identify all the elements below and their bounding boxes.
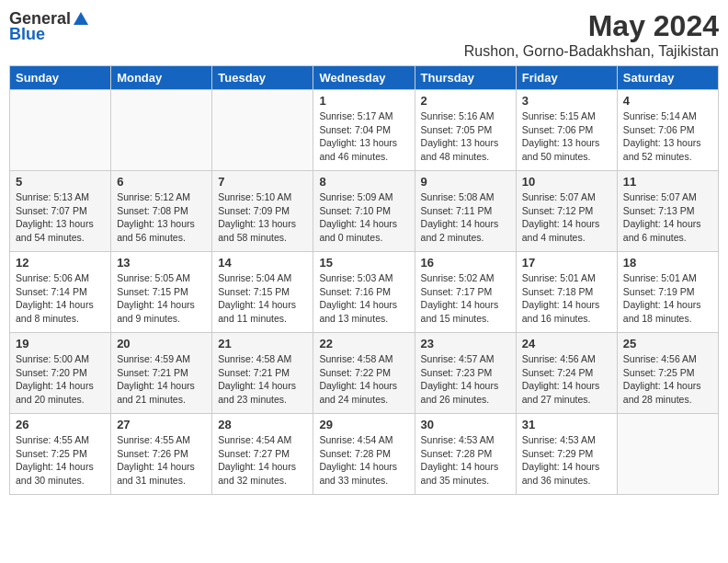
calendar-cell: 2Sunrise: 5:16 AM Sunset: 7:05 PM Daylig… [415,90,516,171]
location-title: Rushon, Gorno-Badakhshan, Tajikistan [464,43,719,60]
day-number: 13 [117,256,206,270]
calendar-cell: 1Sunrise: 5:17 AM Sunset: 7:04 PM Daylig… [313,90,415,171]
day-info: Sunrise: 5:03 AM Sunset: 7:16 PM Dayligh… [319,271,408,326]
day-number: 9 [421,175,510,189]
calendar-cell: 28Sunrise: 4:54 AM Sunset: 7:27 PM Dayli… [212,414,313,495]
day-info: Sunrise: 5:09 AM Sunset: 7:10 PM Dayligh… [319,190,408,245]
day-info: Sunrise: 5:14 AM Sunset: 7:06 PM Dayligh… [623,109,712,164]
day-info: Sunrise: 4:56 AM Sunset: 7:24 PM Dayligh… [522,352,611,407]
calendar-cell: 6Sunrise: 5:12 AM Sunset: 7:08 PM Daylig… [111,171,212,252]
calendar-cell [212,90,313,171]
day-number: 30 [421,418,510,431]
calendar-cell: 4Sunrise: 5:14 AM Sunset: 7:06 PM Daylig… [617,90,718,171]
calendar-cell: 24Sunrise: 4:56 AM Sunset: 7:24 PM Dayli… [516,333,617,414]
day-number: 18 [623,256,712,270]
day-info: Sunrise: 4:53 AM Sunset: 7:28 PM Dayligh… [421,433,510,488]
day-number: 1 [319,94,408,108]
day-number: 6 [117,175,206,189]
logo-blue: Blue [9,25,45,44]
day-header-sunday: Sunday [10,66,111,90]
calendar-cell: 18Sunrise: 5:01 AM Sunset: 7:19 PM Dayli… [617,252,718,333]
day-number: 26 [16,418,105,431]
calendar-cell: 30Sunrise: 4:53 AM Sunset: 7:28 PM Dayli… [415,414,516,495]
day-number: 25 [623,337,712,350]
day-info: Sunrise: 5:06 AM Sunset: 7:14 PM Dayligh… [16,271,105,326]
calendar-cell: 29Sunrise: 4:54 AM Sunset: 7:28 PM Dayli… [313,414,415,495]
day-number: 29 [319,418,408,431]
day-info: Sunrise: 5:12 AM Sunset: 7:08 PM Dayligh… [117,190,206,245]
day-header-thursday: Thursday [415,66,516,90]
day-info: Sunrise: 5:04 AM Sunset: 7:15 PM Dayligh… [218,271,307,326]
day-info: Sunrise: 5:01 AM Sunset: 7:18 PM Dayligh… [522,271,611,326]
calendar-cell: 20Sunrise: 4:59 AM Sunset: 7:21 PM Dayli… [111,333,212,414]
day-info: Sunrise: 5:17 AM Sunset: 7:04 PM Dayligh… [319,109,408,164]
header: General Blue May 2024 Rushon, Gorno-Bada… [9,9,719,60]
day-number: 8 [319,175,408,189]
day-info: Sunrise: 5:07 AM Sunset: 7:12 PM Dayligh… [522,190,611,245]
calendar-cell: 16Sunrise: 5:02 AM Sunset: 7:17 PM Dayli… [415,252,516,333]
calendar-cell: 7Sunrise: 5:10 AM Sunset: 7:09 PM Daylig… [212,171,313,252]
calendar-cell: 12Sunrise: 5:06 AM Sunset: 7:14 PM Dayli… [10,252,111,333]
day-header-saturday: Saturday [617,66,718,90]
calendar-cell: 14Sunrise: 5:04 AM Sunset: 7:15 PM Dayli… [212,252,313,333]
calendar-cell: 19Sunrise: 5:00 AM Sunset: 7:20 PM Dayli… [10,333,111,414]
calendar-body: 1Sunrise: 5:17 AM Sunset: 7:04 PM Daylig… [10,90,719,495]
calendar-week-row: 5Sunrise: 5:13 AM Sunset: 7:07 PM Daylig… [10,171,719,252]
logo-icon [72,10,90,29]
day-number: 19 [16,337,105,350]
calendar-cell: 13Sunrise: 5:05 AM Sunset: 7:15 PM Dayli… [111,252,212,333]
day-info: Sunrise: 5:02 AM Sunset: 7:17 PM Dayligh… [421,271,510,326]
day-info: Sunrise: 5:01 AM Sunset: 7:19 PM Dayligh… [623,271,712,326]
day-info: Sunrise: 5:10 AM Sunset: 7:09 PM Dayligh… [218,190,307,245]
day-info: Sunrise: 4:58 AM Sunset: 7:22 PM Dayligh… [319,352,408,407]
day-info: Sunrise: 4:53 AM Sunset: 7:29 PM Dayligh… [522,433,611,488]
calendar-cell [617,414,718,495]
day-info: Sunrise: 4:59 AM Sunset: 7:21 PM Dayligh… [117,352,206,407]
day-info: Sunrise: 4:58 AM Sunset: 7:21 PM Dayligh… [218,352,307,407]
calendar-cell: 10Sunrise: 5:07 AM Sunset: 7:12 PM Dayli… [516,171,617,252]
calendar-cell: 8Sunrise: 5:09 AM Sunset: 7:10 PM Daylig… [313,171,415,252]
day-header-friday: Friday [516,66,617,90]
calendar-table: SundayMondayTuesdayWednesdayThursdayFrid… [9,65,719,495]
day-number: 28 [218,418,307,431]
calendar-cell: 15Sunrise: 5:03 AM Sunset: 7:16 PM Dayli… [313,252,415,333]
day-info: Sunrise: 4:55 AM Sunset: 7:25 PM Dayligh… [16,433,105,488]
day-info: Sunrise: 4:54 AM Sunset: 7:27 PM Dayligh… [218,433,307,488]
day-info: Sunrise: 5:08 AM Sunset: 7:11 PM Dayligh… [421,190,510,245]
day-number: 27 [117,418,206,431]
calendar-cell: 31Sunrise: 4:53 AM Sunset: 7:29 PM Dayli… [516,414,617,495]
day-info: Sunrise: 5:16 AM Sunset: 7:05 PM Dayligh… [421,109,510,164]
day-number: 3 [522,94,611,108]
day-number: 12 [16,256,105,270]
day-number: 4 [623,94,712,108]
svg-marker-0 [74,12,88,25]
day-header-monday: Monday [111,66,212,90]
calendar-cell: 23Sunrise: 4:57 AM Sunset: 7:23 PM Dayli… [415,333,516,414]
calendar-cell: 21Sunrise: 4:58 AM Sunset: 7:21 PM Dayli… [212,333,313,414]
day-info: Sunrise: 5:05 AM Sunset: 7:15 PM Dayligh… [117,271,206,326]
calendar-cell [111,90,212,171]
day-info: Sunrise: 5:07 AM Sunset: 7:13 PM Dayligh… [623,190,712,245]
day-info: Sunrise: 5:13 AM Sunset: 7:07 PM Dayligh… [16,190,105,245]
calendar-cell: 17Sunrise: 5:01 AM Sunset: 7:18 PM Dayli… [516,252,617,333]
calendar-cell: 22Sunrise: 4:58 AM Sunset: 7:22 PM Dayli… [313,333,415,414]
day-info: Sunrise: 4:57 AM Sunset: 7:23 PM Dayligh… [421,352,510,407]
day-number: 14 [218,256,307,270]
day-number: 22 [319,337,408,350]
calendar-week-row: 26Sunrise: 4:55 AM Sunset: 7:25 PM Dayli… [10,414,719,495]
day-info: Sunrise: 4:55 AM Sunset: 7:26 PM Dayligh… [117,433,206,488]
calendar-cell: 26Sunrise: 4:55 AM Sunset: 7:25 PM Dayli… [10,414,111,495]
day-number: 23 [421,337,510,350]
day-header-wednesday: Wednesday [313,66,415,90]
day-number: 7 [218,175,307,189]
day-header-tuesday: Tuesday [212,66,313,90]
day-number: 24 [522,337,611,350]
day-number: 21 [218,337,307,350]
calendar-week-row: 19Sunrise: 5:00 AM Sunset: 7:20 PM Dayli… [10,333,719,414]
day-number: 16 [421,256,510,270]
day-info: Sunrise: 4:54 AM Sunset: 7:28 PM Dayligh… [319,433,408,488]
calendar-cell [10,90,111,171]
day-number: 5 [16,175,105,189]
day-number: 11 [623,175,712,189]
month-title: May 2024 [464,9,719,43]
